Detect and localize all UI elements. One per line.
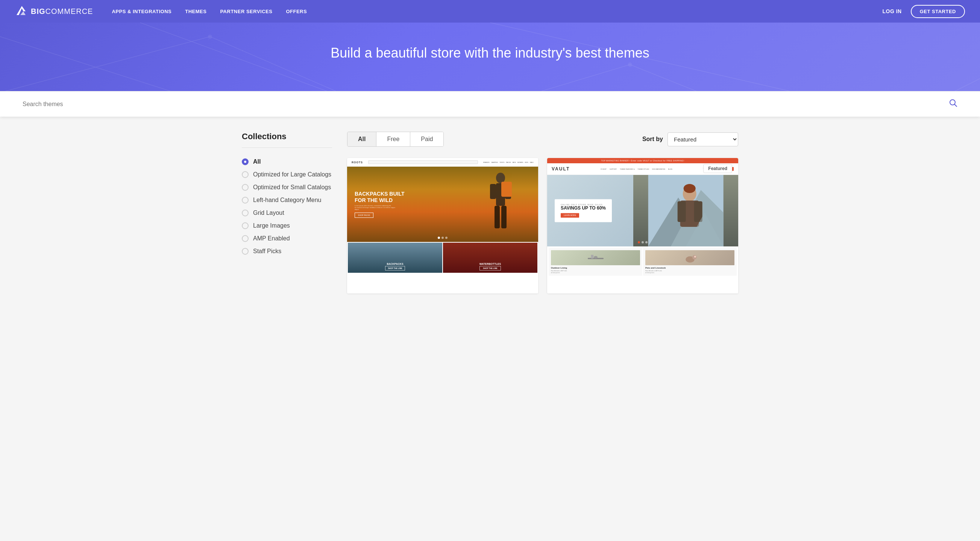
svg-point-34 (594, 256, 598, 259)
roots-search-bar (368, 160, 478, 164)
roots-hiker-figure (485, 171, 515, 238)
svg-rect-20 (495, 206, 500, 228)
svg-point-37 (694, 255, 696, 257)
roots-backpacks-card: BACKPACKS SHOP THE LINE (348, 243, 442, 273)
svg-point-12 (628, 62, 632, 67)
navbar: BIGCOMMERCE APPS & INTEGRATIONS THEMES P… (0, 0, 980, 22)
roots-hero-image: BACKPACKS BUILTFOR THE WILD Lorem ipsum … (347, 167, 538, 242)
logo-big-text: BIG (31, 7, 46, 16)
nav-apps[interactable]: APPS & INTEGRATIONS (112, 9, 172, 14)
sidebar-item-amp-enabled[interactable]: AMP Enabled (242, 232, 332, 245)
vault-carousel-dots (638, 241, 648, 243)
sort-label: Sort by (642, 136, 663, 143)
vault-preview: TOP MARKETING BANNER • Enter code VAULT … (547, 158, 738, 294)
search-bar (0, 91, 980, 116)
logo-commerce-text: COMMERCE (46, 7, 93, 16)
sidebar-item-all[interactable]: All (242, 155, 332, 168)
svg-line-4 (420, 65, 630, 91)
radio-large-images (242, 222, 248, 229)
sort-select[interactable]: Featured Newest Price: Low to High Price… (668, 132, 738, 146)
svg-line-6 (840, 79, 980, 91)
nav-partner[interactable]: PARTNER SERVICES (220, 9, 272, 14)
roots-nav-links: BRANDS CAMPING TENTS PACKS MEN WOMEN KID… (483, 161, 534, 163)
svg-rect-22 (501, 182, 512, 197)
search-input[interactable] (22, 101, 949, 108)
sort-section: Sort by Featured Newest Price: Low to Hi… (642, 132, 738, 146)
carousel-dots (438, 237, 447, 239)
radio-amp-enabled (242, 235, 248, 242)
featured-badge: Featured (703, 164, 732, 173)
sidebar-item-left-hand-menu[interactable]: Left-hand Category Menu (242, 194, 332, 207)
vault-hero-image: ONLINE ONLY STORE WIDE SALES SAVINGS UP … (547, 175, 738, 246)
vault-hero-person (633, 175, 738, 246)
sidebar-item-large-images[interactable]: Large Images (242, 219, 332, 232)
vault-product-outdoor-living: Outdoor Living New Arrivals in All Trail… (549, 248, 642, 276)
sidebar-label-staff-picks: Staff Picks (253, 248, 281, 255)
roots-hero-text: BACKPACKS BUILTFOR THE WILD (355, 191, 404, 204)
sidebar-item-staff-picks[interactable]: Staff Picks (242, 245, 332, 258)
svg-point-10 (208, 35, 212, 39)
svg-marker-1 (20, 11, 25, 15)
roots-waterbottles-card: WATERBOTTLES SHOP THE LINE (443, 243, 538, 273)
filter-tabs: All Free Paid (347, 132, 444, 147)
sidebar: Collections All Optimized for Large Cata… (242, 132, 332, 294)
svg-point-30 (683, 184, 695, 193)
sidebar-label-large-catalogs: Optimized for Large Catalogs (253, 171, 331, 178)
search-icon (949, 99, 958, 107)
vault-sale-text: SAVINGS UP TO 60% (561, 206, 606, 211)
roots-hero-desc: Lorem ipsum dolor sit amet, consectetur … (355, 205, 404, 210)
theme-card-roots[interactable]: ROOTS BRANDS CAMPING TENTS PACKS MEN WOM… (347, 158, 538, 294)
roots-shop-button[interactable]: SHOP PACKS (355, 212, 374, 218)
sidebar-item-large-catalogs[interactable]: Optimized for Large Catalogs (242, 168, 332, 181)
sidebar-title: Collections (242, 132, 332, 142)
svg-point-16 (496, 173, 505, 183)
main-content: Collections All Optimized for Large Cata… (227, 116, 753, 308)
sidebar-item-small-catalogs[interactable]: Optimized for Small Catalogs (242, 181, 332, 194)
filter-tab-free[interactable]: Free (376, 132, 410, 146)
svg-line-3 (210, 37, 420, 91)
roots-logo: ROOTS (352, 161, 363, 164)
theme-area: All Free Paid Sort by Featured Newest Pr… (347, 132, 738, 294)
login-link[interactable]: LOG IN (883, 8, 902, 14)
radio-staff-picks (242, 248, 248, 255)
sidebar-label-small-catalogs: Optimized for Small Catalogs (253, 184, 331, 191)
filter-tab-all[interactable]: All (347, 132, 376, 146)
vault-nav-links: ☰ SHOP SUPPORT THEME FEATURES ▾ THEME ST… (573, 168, 700, 170)
radio-all (242, 158, 248, 165)
theme-controls: All Free Paid Sort by Featured Newest Pr… (347, 132, 738, 147)
roots-sub-images: BACKPACKS SHOP THE LINE WATERBOTTLES SHO… (347, 242, 538, 273)
svg-rect-18 (490, 184, 496, 199)
vault-product-grid: Outdoor Living New Arrivals in All Trail… (547, 246, 738, 277)
logo-icon (15, 5, 29, 18)
sidebar-label-left-hand-menu: Left-hand Category Menu (253, 197, 321, 204)
sidebar-label-amp-enabled: AMP Enabled (253, 235, 290, 242)
svg-line-15 (955, 104, 957, 107)
svg-rect-21 (501, 206, 506, 228)
get-started-button[interactable]: GET STARTED (911, 5, 965, 18)
filter-tab-paid[interactable]: Paid (410, 132, 443, 146)
roots-preview: ROOTS BRANDS CAMPING TENTS PACKS MEN WOM… (347, 158, 538, 294)
vault-logo: VAULT (552, 166, 570, 172)
vault-learn-more-button[interactable]: LEARN MORE (561, 213, 579, 218)
svg-line-7 (0, 37, 350, 91)
svg-rect-33 (591, 255, 593, 259)
search-section (0, 91, 980, 116)
hero-headline: Build a beautiful store with the industr… (15, 45, 965, 61)
navbar-links: APPS & INTEGRATIONS THEMES PARTNER SERVI… (112, 9, 882, 14)
svg-line-2 (0, 37, 210, 91)
logo[interactable]: BIGCOMMERCE (15, 5, 93, 18)
theme-card-vault[interactable]: TOP MARKETING BANNER • Enter code VAULT … (547, 158, 738, 294)
hero-section: Build a beautiful store with the industr… (0, 22, 980, 91)
nav-offers[interactable]: OFFERS (286, 9, 307, 14)
radio-left-hand-menu (242, 197, 248, 204)
nav-themes[interactable]: THEMES (185, 9, 207, 14)
vault-top-banner: TOP MARKETING BANNER • Enter code VAULT … (547, 158, 738, 163)
radio-grid-layout (242, 209, 248, 216)
search-button[interactable] (949, 99, 958, 109)
roots-nav: ROOTS BRANDS CAMPING TENTS PACKS MEN WOM… (347, 158, 538, 167)
navbar-actions: LOG IN GET STARTED (883, 5, 965, 18)
vault-hero-text-box: ONLINE ONLY STORE WIDE SALES SAVINGS UP … (555, 199, 612, 222)
sidebar-label-grid-layout: Grid Layout (253, 209, 284, 216)
radio-large-catalogs (242, 171, 248, 178)
sidebar-item-grid-layout[interactable]: Grid Layout (242, 207, 332, 219)
